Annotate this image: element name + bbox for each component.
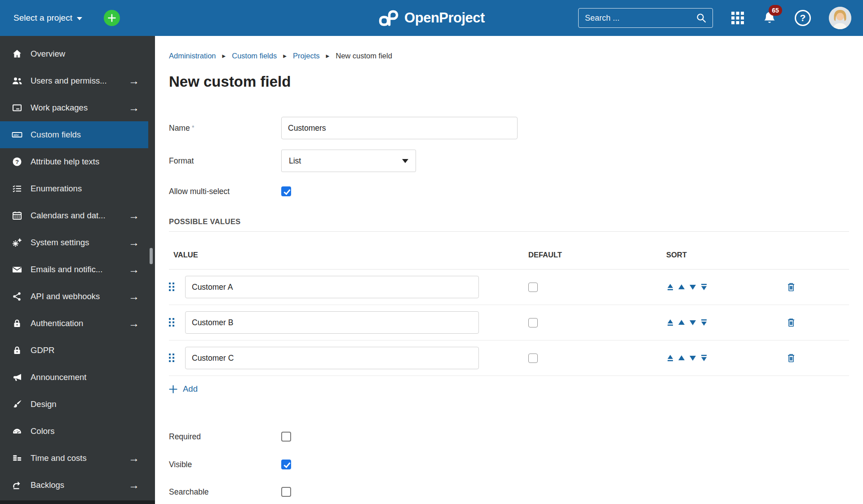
sidebar-item-custom-fields[interactable]: abc Custom fields	[0, 121, 148, 148]
sort-controls	[666, 283, 784, 292]
searchable-label: Searchable	[169, 487, 281, 497]
drag-handle-icon[interactable]	[169, 318, 185, 327]
visible-label: Visible	[169, 460, 281, 469]
calendar-icon	[11, 210, 23, 221]
project-selector[interactable]: Select a project	[13, 13, 82, 23]
global-search[interactable]	[578, 8, 713, 28]
grid-icon	[731, 11, 744, 25]
sidebar-item-api-and-webhooks[interactable]: API and webhooks →	[0, 283, 148, 310]
searchable-checkbox[interactable]	[281, 487, 291, 497]
add-value-button[interactable]: Add	[169, 376, 849, 402]
move-to-bottom-icon[interactable]	[700, 354, 708, 363]
multi-select-checkbox[interactable]	[281, 186, 291, 196]
arrow-right-icon: →	[128, 264, 139, 275]
modules-menu-button[interactable]	[731, 11, 744, 25]
format-select[interactable]: List	[281, 150, 416, 172]
sidebar-item-overview[interactable]: Overview	[0, 40, 148, 67]
breadcrumb: Administration ▶ Custom fields ▶ Project…	[169, 52, 849, 60]
sidebar-item-system-settings[interactable]: System settings →	[0, 229, 148, 256]
drag-handle-icon[interactable]	[169, 283, 185, 292]
users-icon	[11, 75, 23, 86]
sidebar-item-calendars-and-dates[interactable]: Calendars and dat... →	[0, 202, 148, 229]
svg-text:abc: abc	[13, 133, 19, 137]
delete-value-icon[interactable]	[784, 318, 849, 327]
move-to-top-icon[interactable]	[666, 354, 674, 363]
sidebar-item-authentication[interactable]: Authentication →	[0, 310, 148, 337]
breadcrumb-current: New custom field	[336, 52, 392, 60]
sidebar-item-emails-and-notifications[interactable]: Emails and notific... →	[0, 256, 148, 283]
breadcrumb-link-administration[interactable]: Administration	[169, 52, 216, 60]
visible-checkbox[interactable]	[281, 460, 291, 469]
move-down-icon[interactable]	[689, 283, 697, 292]
required-field-row: Required	[169, 432, 849, 442]
sidebar-item-work-packages[interactable]: Work packages →	[0, 94, 148, 121]
default-checkbox[interactable]	[528, 354, 538, 363]
breadcrumb-link-custom-fields[interactable]: Custom fields	[232, 52, 277, 60]
sidebar-item-attribute-help-texts[interactable]: ? Attribute help texts	[0, 148, 148, 175]
arrow-right-icon: →	[128, 291, 139, 302]
arrow-right-icon: →	[128, 318, 139, 329]
move-down-icon[interactable]	[689, 354, 697, 363]
possible-values-header-row: VALUE DEFAULT SORT	[169, 251, 849, 270]
default-checkbox[interactable]	[528, 318, 538, 327]
sidebar-item-design[interactable]: Design	[0, 391, 148, 418]
sidebar-item-label: Overview	[31, 49, 65, 59]
breadcrumb-separator-icon: ▶	[326, 53, 330, 58]
sidebar-item-label: Authentication	[31, 318, 83, 328]
sidebar-scrollbar-thumb[interactable]	[150, 248, 153, 264]
move-up-icon[interactable]	[677, 283, 686, 292]
question-mark-icon: ?	[795, 10, 811, 26]
openproject-logo: OpenProject	[378, 0, 485, 36]
move-down-icon[interactable]	[689, 318, 697, 327]
arrow-right-icon: →	[128, 210, 139, 221]
move-to-top-icon[interactable]	[666, 283, 674, 292]
gauge-palette-icon	[11, 426, 23, 437]
sidebar-item-label: Time and costs	[31, 453, 87, 463]
value-input[interactable]	[185, 347, 479, 369]
sidebar-item-enumerations[interactable]: Enumerations	[0, 175, 148, 202]
sidebar-item-label: Design	[31, 399, 57, 409]
move-up-icon[interactable]	[677, 354, 686, 363]
sidebar-item-colors[interactable]: Colors	[0, 418, 148, 445]
move-to-bottom-icon[interactable]	[700, 318, 708, 327]
delete-value-icon[interactable]	[784, 282, 849, 292]
section-divider	[169, 231, 849, 232]
possible-value-row	[169, 270, 849, 305]
move-up-icon[interactable]	[677, 318, 686, 327]
sidebar-item-label: GDPR	[31, 345, 54, 355]
search-input[interactable]	[585, 13, 695, 23]
name-label: Name*	[169, 124, 281, 133]
format-select-value: List	[289, 156, 301, 166]
sidebar-item-backlogs[interactable]: Backlogs →	[0, 472, 148, 499]
openproject-logo-mark-icon	[378, 9, 399, 27]
share-nodes-icon	[11, 291, 23, 302]
breadcrumb-link-projects[interactable]: Projects	[293, 52, 320, 60]
plus-icon	[169, 385, 177, 393]
top-bar: Select a project OpenProject	[0, 0, 863, 36]
searchable-field-row: Searchable	[169, 487, 849, 497]
move-to-top-icon[interactable]	[666, 318, 674, 327]
default-checkbox[interactable]	[528, 283, 538, 292]
sidebar-item-label: Users and permiss...	[31, 76, 107, 86]
value-input[interactable]	[185, 276, 479, 298]
sidebar-item-gdpr[interactable]: GDPR	[0, 337, 148, 364]
visible-field-row: Visible	[169, 460, 849, 469]
name-input[interactable]	[281, 117, 518, 139]
sidebar-item-users-and-permissions[interactable]: Users and permiss... →	[0, 67, 148, 94]
delete-value-icon[interactable]	[784, 353, 849, 363]
sidebar-item-time-and-costs[interactable]: Time and costs →	[0, 445, 148, 472]
drag-handle-icon[interactable]	[169, 354, 185, 363]
arrow-right-icon: →	[128, 453, 139, 464]
notifications-button[interactable]: 65	[762, 10, 777, 26]
add-project-button[interactable]	[104, 10, 120, 26]
page-title: New custom field	[169, 73, 849, 91]
help-button[interactable]: ?	[795, 10, 811, 26]
move-to-bottom-icon[interactable]	[700, 283, 708, 292]
gears-icon	[11, 237, 23, 248]
required-checkbox[interactable]	[281, 432, 291, 442]
lock-icon	[11, 318, 23, 329]
value-input[interactable]	[185, 311, 479, 334]
list-check-icon	[11, 183, 23, 194]
user-avatar[interactable]	[829, 7, 851, 29]
sidebar-item-announcement[interactable]: Announcement	[0, 364, 148, 391]
